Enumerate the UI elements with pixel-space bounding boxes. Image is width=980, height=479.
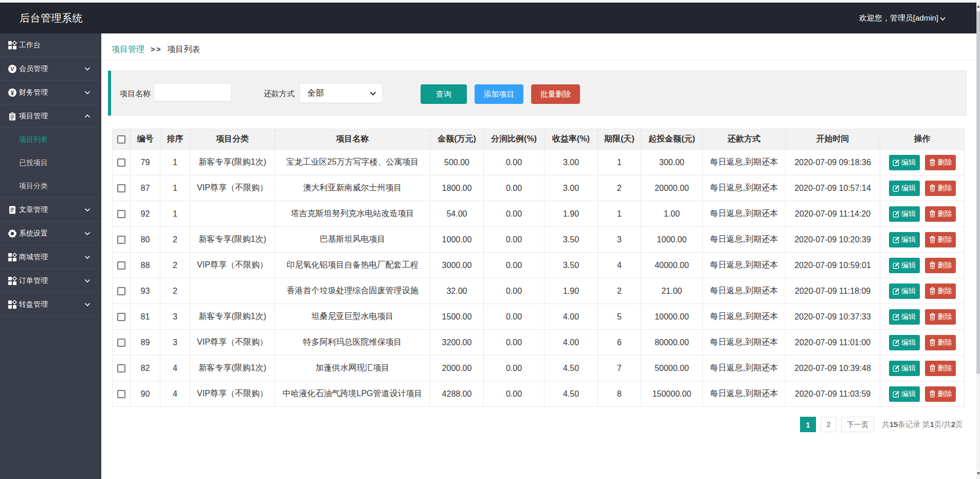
svg-text:V: V xyxy=(10,66,14,72)
svg-text:¥: ¥ xyxy=(11,89,14,96)
